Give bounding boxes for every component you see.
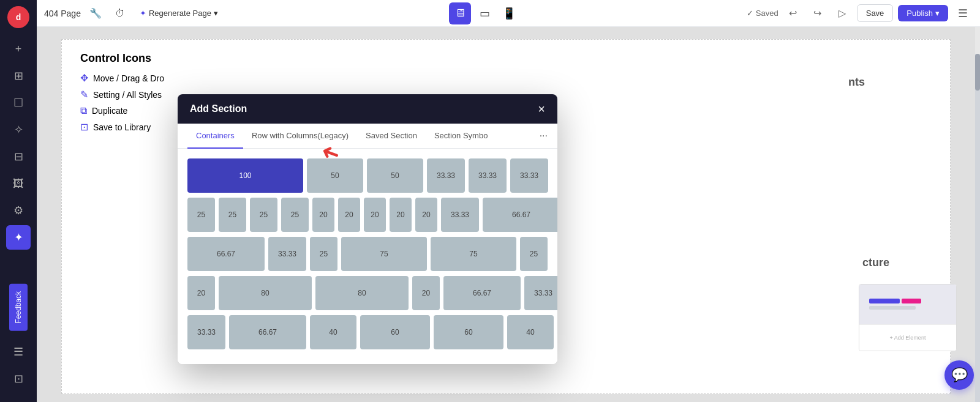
grid-cell-25-b[interactable]: 25 <box>219 198 246 232</box>
grid-cell-80-row4[interactable]: 80 <box>219 276 312 310</box>
sidebar-magic-button[interactable]: ✦ <box>6 225 31 250</box>
grid-cell-20-e[interactable]: 20 <box>415 198 437 232</box>
grid-cell-80-b[interactable]: 80 <box>315 276 409 310</box>
publish-button[interactable]: Publish ▾ <box>898 5 948 21</box>
sidebar-pages-button[interactable]: ☐ <box>6 91 31 115</box>
grid-cell-25-row3[interactable]: 25 <box>310 237 337 271</box>
grid-cell-20-row4[interactable]: 20 <box>187 276 215 310</box>
grid-cell-3367-a[interactable]: 33.33 <box>441 198 479 232</box>
tablet-device-button[interactable]: ▭ <box>473 2 496 24</box>
play-button[interactable]: ▷ <box>832 4 852 23</box>
tab-section-symbol[interactable]: Section Symbo <box>426 124 496 149</box>
tab-row-with-columns[interactable]: Row with Columns(Legacy) <box>243 124 357 149</box>
grid-row-1: 100 ➜ 50 50 33.33 33.33 33.33 <box>187 158 548 193</box>
grid-cell-60-row5[interactable]: 60 <box>360 315 430 349</box>
grid-row-4: 20 80 80 20 66.67 33.33 <box>187 276 548 310</box>
dialog-tabs: Containers Row with Columns(Legacy) Save… <box>178 124 557 149</box>
grid-cell-6667-a[interactable]: 66.67 <box>483 198 557 232</box>
regenerate-label: Regenerate Page <box>149 9 211 18</box>
sidebar-image-button[interactable]: 🖼 <box>6 171 31 196</box>
grid-cell-100[interactable]: 100 <box>187 158 303 193</box>
grid-cell-40-row5[interactable]: 40 <box>310 315 356 349</box>
sidebar-layers-button[interactable]: ⊞ <box>6 64 31 88</box>
main-area: 404 Page 🔧 ⏱ ✦ Regenerate Page ▾ 🖥 ▭ 📱 ✓… <box>37 0 980 402</box>
grid-cell-50-50-b[interactable]: 50 <box>367 158 423 193</box>
dialog-body: 100 ➜ 50 50 33.33 33.33 33.33 25 25 <box>178 149 557 364</box>
grid-row-2: 25 25 25 25 20 20 20 20 20 33.33 66.67 <box>187 198 548 232</box>
grid-cell-33-a[interactable]: 33.33 <box>427 158 465 193</box>
add-section-dialog: Add Section × Containers Row with Column… <box>178 94 557 364</box>
grid-cell-6667-b[interactable]: 66.67 <box>187 237 265 271</box>
grid-row-3: 66.67 33.33 25 75 75 25 <box>187 237 548 271</box>
sidebar: d + ⊞ ☐ ✧ ⊟ 🖼 ⚙ ✦ Feedback ☰ ⊡ <box>0 0 37 402</box>
grid-cell-25-a[interactable]: 25 <box>187 198 215 232</box>
grid-cell-75-b[interactable]: 75 <box>431 237 516 271</box>
page-name: 404 Page <box>44 9 81 18</box>
sidebar-settings-button[interactable]: ⚙ <box>6 198 31 223</box>
grid-cell-20-d[interactable]: 20 <box>390 198 412 232</box>
sidebar-list-button[interactable]: ☰ <box>6 340 31 364</box>
device-switcher: 🖥 ▭ 📱 <box>228 2 742 24</box>
grid-cell-3333-row4[interactable]: 33.33 <box>524 276 557 310</box>
redo-button[interactable]: ↪ <box>808 4 827 23</box>
grid-cell-50-50-a[interactable]: 50 <box>307 158 363 193</box>
save-button[interactable]: Save <box>857 4 894 22</box>
grid-cell-3333-row5[interactable]: 33.33 <box>187 315 225 349</box>
saved-status: ✓ Saved <box>747 9 778 18</box>
dialog-close-button[interactable]: × <box>538 103 545 115</box>
undo-button[interactable]: ↩ <box>783 4 803 23</box>
mobile-device-button[interactable]: 📱 <box>498 2 520 24</box>
grid-cell-25-d[interactable]: 25 <box>281 198 309 232</box>
grid-cell-20-c[interactable]: 20 <box>364 198 386 232</box>
dialog-title: Add Section <box>190 103 247 114</box>
publish-chevron-icon: ▾ <box>935 9 940 18</box>
feedback-button[interactable]: Feedback <box>9 284 28 331</box>
regenerate-button[interactable]: ✦ Regenerate Page ▾ <box>135 6 223 20</box>
wrench-icon-button[interactable]: 🔧 <box>86 4 105 23</box>
topbar: 404 Page 🔧 ⏱ ✦ Regenerate Page ▾ 🖥 ▭ 📱 ✓… <box>37 0 980 27</box>
sidebar-table-button[interactable]: ⊟ <box>6 144 31 169</box>
logo-button[interactable]: d <box>7 6 29 28</box>
grid-cell-6667-row4[interactable]: 66.67 <box>443 276 521 310</box>
logo-text: d <box>16 12 21 22</box>
content-area: Control Icons ✥ Move / Drag & Dro ✎ Sett… <box>37 27 980 402</box>
grid-cell-33-b[interactable]: 33.33 <box>469 158 507 193</box>
grid-cell-33-c[interactable]: 33.33 <box>510 158 548 193</box>
tab-containers[interactable]: Containers <box>187 124 243 149</box>
grid-cell-20-b[interactable]: 20 <box>338 198 360 232</box>
grid-cell-25-c[interactable]: 25 <box>250 198 277 232</box>
grid-row-5: 33.33 66.67 40 60 60 40 <box>187 315 548 349</box>
history-icon-button[interactable]: ⏱ <box>110 4 130 23</box>
sidebar-add-button[interactable]: + <box>6 37 31 61</box>
sidebar-history-button[interactable]: ⊡ <box>6 367 31 391</box>
chevron-down-icon: ▾ <box>214 9 218 18</box>
grid-cell-60-b[interactable]: 60 <box>434 315 503 349</box>
tab-saved-section[interactable]: Saved Section <box>357 124 426 149</box>
grid-cell-20-a[interactable]: 20 <box>312 198 334 232</box>
hamburger-menu-button[interactable]: ☰ <box>953 4 973 23</box>
grid-cell-25-row3-b[interactable]: 25 <box>520 237 548 271</box>
sidebar-wand-button[interactable]: ✧ <box>6 117 31 142</box>
grid-cell-3333-b[interactable]: 33.33 <box>268 237 306 271</box>
desktop-device-button[interactable]: 🖥 <box>449 2 471 24</box>
grid-cell-20-row4-b[interactable]: 20 <box>412 276 440 310</box>
tabs-more-button[interactable]: ··· <box>540 130 548 141</box>
topbar-right: ✓ Saved ↩ ↪ ▷ Save Publish ▾ ☰ <box>747 4 973 23</box>
grid-cell-6667-row5[interactable]: 66.67 <box>229 315 306 349</box>
grid-cell-40-b[interactable]: 40 <box>507 315 554 349</box>
dialog-header: Add Section × <box>178 94 557 124</box>
grid-cell-75-row3[interactable]: 75 <box>341 237 427 271</box>
dialog-overlay: Add Section × Containers Row with Column… <box>37 27 980 402</box>
